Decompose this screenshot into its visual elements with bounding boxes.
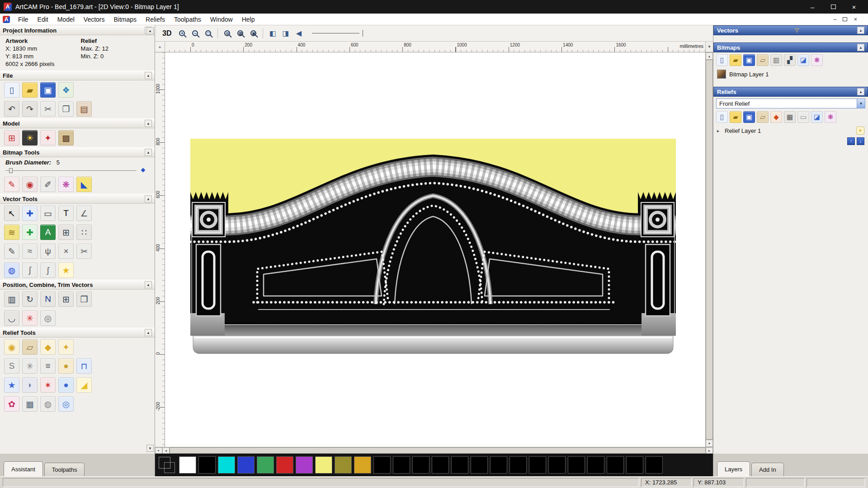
vertical-scrollbar[interactable]: ▲ ▼ [705,52,713,447]
create-circle-icon[interactable]: ◍ [4,263,19,278]
palette-swatch[interactable] [335,456,352,474]
create-star-icon[interactable]: ★ [58,263,74,278]
palette-swatch[interactable] [198,456,216,474]
reset-relief-icon[interactable]: ▭ [797,111,809,123]
menu-item-help[interactable]: Help [237,14,259,24]
distort-vectors-icon[interactable]: ʃ [40,263,56,278]
relief-palette-icon[interactable]: ❋ [825,111,836,123]
horizontal-scrollbar[interactable]: ▸ ◄ ► [155,447,713,454]
zoom-out-button[interactable]: − [189,28,201,39]
rotate-vectors-icon[interactable]: ↻ [22,291,38,307]
shape-editor-icon[interactable]: ◉ [4,339,19,355]
isolate-relief-icon[interactable]: ✿ [4,396,19,412]
palette-swatch[interactable] [276,456,293,474]
node-editing-icon[interactable]: ✚ [22,225,38,240]
swirl-relief-icon[interactable]: ◎ [58,396,74,412]
delete-relief-icon[interactable]: ◪ [811,111,823,123]
relief-jewel-icon[interactable]: ◆ [770,111,782,123]
palette-swatch[interactable] [607,456,624,474]
paste-icon[interactable]: ▤ [76,101,92,117]
menu-item-vectors[interactable]: Vectors [79,14,109,24]
bitmap-palette-icon[interactable]: ❋ [811,54,823,66]
weave-wizard-icon[interactable]: ✳ [22,358,38,374]
snap-grid-icon[interactable]: ⊞ [58,225,74,240]
scroll-right-icon[interactable]: ► [706,447,713,454]
panel-scroll-down-button[interactable]: ▼ [146,445,154,452]
section-header-relief-tools[interactable]: Relief Tools ▲ [0,328,155,338]
collapse-icon[interactable]: ▲ [145,149,152,156]
bezier-curve-icon[interactable]: ψ [40,244,56,259]
palette-swatch[interactable] [432,456,449,474]
palette-swatch[interactable] [257,456,274,474]
import-model-icon[interactable]: ❖ [58,82,74,98]
canvas-2d-view[interactable] [165,52,705,447]
scroll-down-icon[interactable]: ▼ [706,440,713,447]
menu-item-file[interactable]: File [14,14,33,24]
extrude-icon[interactable]: ▱ [22,339,38,355]
tab-add-in[interactable]: Add In [751,463,784,476]
texture-relief-icon[interactable]: ● [58,377,74,393]
expand-icon[interactable]: ▸ [717,128,722,133]
mdi-minimize-button[interactable]: – [833,16,836,23]
layer-visibility-icon[interactable]: ☀ [856,127,864,135]
turn-icon[interactable]: ✦ [58,339,74,355]
zoom-box-button[interactable]: □ [202,28,214,39]
collapse-icon[interactable]: ▲ [145,281,152,288]
open-bitmap-icon[interactable]: ▰ [730,54,741,66]
section-header-project-information[interactable]: Project Information ▲ [0,25,155,35]
menu-item-model[interactable]: Model [53,14,79,24]
cushion-relief-icon[interactable]: ◗ [22,377,38,393]
colour-picker-icon[interactable]: ✐ [40,177,56,192]
transform-vectors-icon[interactable]: ✚ [22,206,38,221]
star-wizard-icon[interactable]: ★ [4,377,19,393]
greyscale-model-icon[interactable]: ▩ [58,130,74,145]
palette-swatch[interactable] [296,456,313,474]
compare-bitmap-icon[interactable]: ▞ [784,54,796,66]
vertical-scroll-thumb[interactable] [706,60,713,440]
ruler-units-dropdown[interactable]: ▼ [705,42,713,52]
mdi-restore-button[interactable] [843,17,847,21]
section-header-model[interactable]: Model ▲ [0,118,155,128]
palette-swatch[interactable] [626,456,643,474]
palette-swatch[interactable] [471,456,488,474]
relief-set-dropdown[interactable]: Front Relief ▼ [716,99,865,108]
bitmaps-section-header[interactable]: Bitmaps ▲ [713,42,868,52]
spin-icon[interactable]: ◆ [40,339,56,355]
move-layer-down-button[interactable]: ↓ [857,137,864,145]
delete-bitmap-icon[interactable]: ◪ [797,54,809,66]
trim-vectors-icon[interactable]: ✂ [76,244,92,259]
palette-swatch[interactable] [548,456,566,474]
tab-toolpaths[interactable]: Toolpaths [44,463,85,476]
undo-icon[interactable]: ↶ [4,101,19,117]
minimize-button[interactable]: – [802,0,823,14]
collapse-icon[interactable]: ▲ [145,72,152,79]
tab-layers[interactable]: Layers [717,461,750,476]
section-header-vector-tools[interactable]: Vector Tools ▲ [0,194,155,204]
text-block-icon[interactable]: A [40,225,56,240]
offset-relief-icon[interactable]: ≡ [40,358,56,374]
palette-swatch[interactable] [646,456,663,474]
adjust-lighting-icon[interactable]: ☀ [22,130,38,145]
dropdown-arrow-icon[interactable]: ▼ [857,99,865,108]
mesh-relief-icon[interactable]: ▦ [22,396,38,412]
paint-icon[interactable]: ✎ [4,177,19,192]
section-header-file[interactable]: File ▲ [0,70,155,80]
collapse-icon[interactable]: ▲ [145,120,152,127]
reliefs-section-header[interactable]: Reliefs ▲ [713,87,868,97]
sculpt-icon[interactable]: ● [58,358,74,374]
weld-vectors-icon[interactable]: ✳ [22,310,38,326]
copy-icon[interactable]: ❐ [58,101,74,117]
select-vectors-icon[interactable]: ↖ [4,206,19,221]
move-layer-up-button[interactable]: ↑ [847,137,855,145]
collapse-icon[interactable]: ▲ [145,195,152,202]
smooth-curve-icon[interactable]: ≈ [22,244,38,259]
menu-item-window[interactable]: Window [206,14,237,24]
create-curve-icon[interactable]: ∫ [22,263,38,278]
collapse-icon[interactable]: ▲ [857,44,864,51]
create-rectangle-icon[interactable]: ▭ [40,206,56,221]
calculate-relief-icon[interactable]: ▦ [784,111,796,123]
previous-view-button[interactable]: ◀ [292,28,305,39]
collapse-icon[interactable]: ▲ [857,27,864,34]
palette-swatch[interactable] [237,456,255,474]
cut-icon[interactable]: ✂ [40,101,56,117]
